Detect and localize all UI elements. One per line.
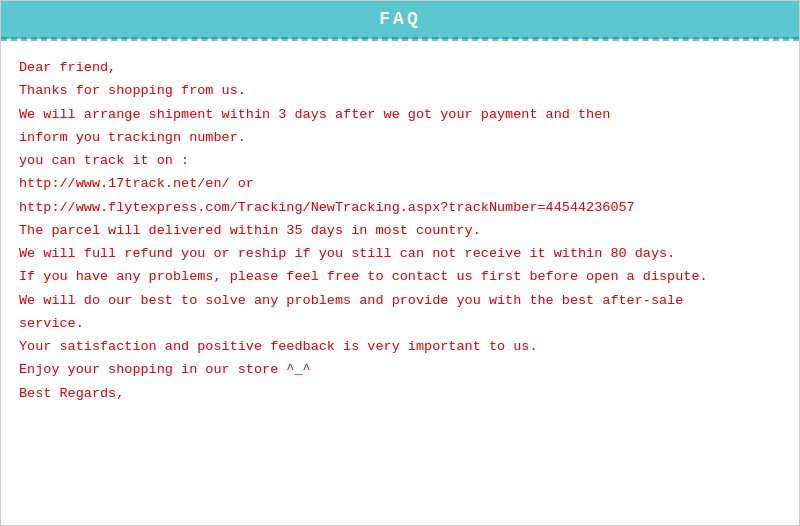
content-line-2: We will arrange shipment within 3 days a… xyxy=(19,104,781,126)
content-line-1: Thanks for shopping from us. xyxy=(19,80,781,102)
content-line-0: Dear friend, xyxy=(19,57,781,79)
content-line-5: http://www.17track.net/en/ or xyxy=(19,173,781,195)
content-line-4: you can track it on : xyxy=(19,150,781,172)
content-line-12: Your satisfaction and positive feedback … xyxy=(19,336,781,358)
content-line-9: If you have any problems, please feel fr… xyxy=(19,266,781,288)
faq-content: Dear friend,Thanks for shopping from us.… xyxy=(1,41,799,418)
faq-header: FAQ xyxy=(1,1,799,39)
faq-title: FAQ xyxy=(379,9,420,29)
content-line-11: service. xyxy=(19,313,781,335)
content-line-6: http://www.flytexpress.com/Tracking/NewT… xyxy=(19,197,781,219)
content-line-7: The parcel will delivered within 35 days… xyxy=(19,220,781,242)
content-line-14: Best Regards, xyxy=(19,383,781,405)
content-line-3: inform you trackingn number. xyxy=(19,127,781,149)
content-line-10: We will do our best to solve any problem… xyxy=(19,290,781,312)
content-line-8: We will full refund you or reship if you… xyxy=(19,243,781,265)
page-wrapper: FAQ Dear friend,Thanks for shopping from… xyxy=(0,0,800,526)
content-line-13: Enjoy your shopping in our store ^_^ xyxy=(19,359,781,381)
